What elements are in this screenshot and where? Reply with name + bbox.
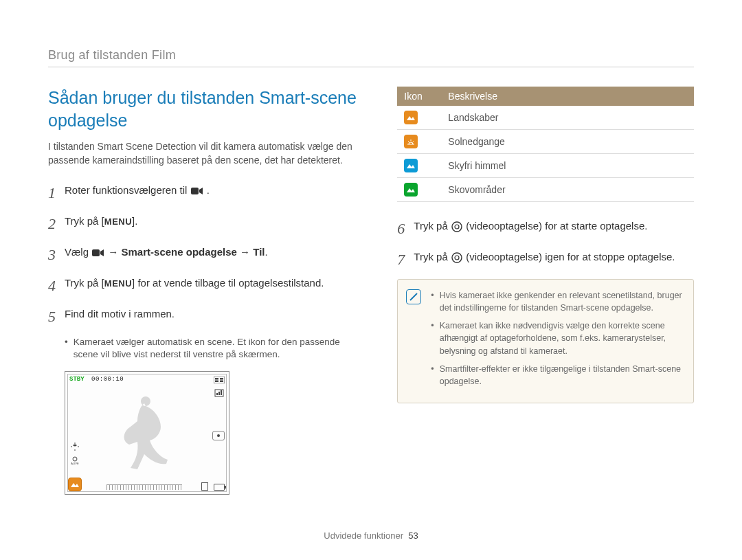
left-column: Sådan bruger du tilstanden Smart-scene o… <box>48 87 363 495</box>
step-text: Find dit motiv i rammen. <box>65 308 175 320</box>
note-item: Kameraet kan ikke nødvendigvis vælge den… <box>431 320 682 357</box>
step-number: 2 <box>48 212 65 235</box>
step-5: 5 Find dit motiv i rammen. <box>48 305 363 328</box>
table-cell: Skyfri himmel <box>441 154 694 178</box>
clear-sky-icon <box>404 159 418 172</box>
dancer-silhouette <box>110 391 179 473</box>
quality-icon <box>214 388 225 398</box>
step-5-note: Kameraet vælger automatisk en scene. Et … <box>65 336 363 362</box>
arrow: → <box>108 246 121 258</box>
step-bold: Smart-scene opdagelse <box>122 246 237 258</box>
step-text: Roter funktionsvælgeren til <box>65 184 190 196</box>
table-row: Skyfri himmel <box>397 154 694 178</box>
step-text-end: . <box>207 184 210 196</box>
camera-preview: STBY 00:00:10 ALIVE <box>65 371 229 495</box>
svg-rect-2 <box>214 377 225 383</box>
table-row: Landskaber <box>397 106 694 130</box>
alive-icon: ALIVE <box>69 456 80 465</box>
menu-label: MENU <box>104 215 132 229</box>
step-text: (videooptagelse) igen for at stoppe opta… <box>466 251 675 262</box>
steps-list-right: 6 Tryk på (videooptagelse) for at starte… <box>397 217 694 271</box>
svg-rect-3 <box>215 378 218 380</box>
footer-section: Udvidede funktioner <box>324 530 403 541</box>
step-number: 6 <box>397 217 414 240</box>
resolution-icon <box>214 375 225 385</box>
zoom-scale <box>106 484 182 490</box>
landscape-icon <box>404 111 418 124</box>
storage-icon <box>201 482 208 491</box>
table-row: Solnedgange <box>397 130 694 154</box>
breadcrumb: Brug af tilstanden Film <box>48 48 694 67</box>
step-number: 5 <box>48 305 65 328</box>
svg-rect-5 <box>215 381 218 383</box>
battery-icon <box>214 484 225 491</box>
note-box: Hvis kameraet ikke genkender en relevant… <box>397 279 694 403</box>
svg-rect-6 <box>220 381 223 383</box>
step-6: 6 Tryk på (videooptagelse) for at starte… <box>397 217 694 240</box>
svg-point-17 <box>455 256 459 260</box>
svg-rect-8 <box>216 393 218 395</box>
step-bold-til: Til <box>253 246 265 258</box>
metering-icon <box>212 431 225 440</box>
record-button-icon <box>451 221 462 232</box>
svg-point-12 <box>73 457 77 461</box>
step-4: 4 Tryk på [MENU] for at vende tilbage ti… <box>48 274 363 297</box>
step-text: ]. <box>132 215 137 227</box>
movie-mode-icon <box>191 187 203 195</box>
step-3: 3 Vælg → Smart-scene opdagelse → Til. <box>48 243 363 266</box>
svg-rect-4 <box>220 378 223 380</box>
stby-label: STBY <box>69 376 85 383</box>
note-info-icon <box>406 289 421 304</box>
sunset-icon <box>404 135 418 148</box>
svg-rect-9 <box>218 392 220 395</box>
svg-point-16 <box>452 253 462 262</box>
step-number: 7 <box>397 248 414 271</box>
menu-label: MENU <box>104 277 132 291</box>
step-2: 2 Tryk på [MENU]. <box>48 212 363 235</box>
svg-text:ALIVE: ALIVE <box>71 462 79 465</box>
intro-paragraph: I tilstanden Smart Scene Detection vil d… <box>48 139 363 168</box>
step-number: 4 <box>48 274 65 297</box>
step-text-end: . <box>265 246 268 258</box>
step-text: (videooptagelse) for at starte optagelse… <box>466 220 647 232</box>
step-number: 3 <box>48 243 65 266</box>
page-footer: Udvidede funktioner 53 <box>0 530 742 541</box>
step-text: Tryk på <box>414 251 451 262</box>
svg-point-14 <box>452 222 462 232</box>
movie-mode-icon <box>92 249 104 257</box>
record-button-icon <box>451 252 462 263</box>
table-header-beskrivelse: Beskrivelse <box>441 87 694 106</box>
step-7: 7 Tryk på (videooptagelse) igen for at s… <box>397 248 694 271</box>
page-title: Sådan bruger du tilstanden Smart-scene o… <box>48 87 363 131</box>
timecode: 00:00:10 <box>91 376 124 383</box>
step-text: Vælg <box>65 246 91 258</box>
table-cell: Skovområder <box>441 178 694 202</box>
note-item: Hvis kameraet ikke genkender en relevant… <box>431 289 682 314</box>
stabilizer-icon <box>69 442 80 451</box>
note-item: Smartfilter-effekter er ikke tilgængelig… <box>431 363 682 388</box>
step-number: 1 <box>48 181 65 204</box>
svg-point-15 <box>455 225 459 229</box>
svg-rect-0 <box>191 188 199 194</box>
detected-scene-badge <box>68 478 82 491</box>
arrow: → <box>240 246 253 258</box>
right-column: Ikon Beskrivelse Landskaber Solnedgange … <box>397 87 694 495</box>
table-header-ikon: Ikon <box>397 87 441 106</box>
svg-point-11 <box>217 434 220 437</box>
forest-icon <box>404 183 418 197</box>
step-text: ] for at vende tilbage til optagelsestil… <box>132 277 324 289</box>
steps-list-left: 1 Roter funktionsvælgeren til . 2 Tryk p… <box>48 181 363 328</box>
table-cell: Solnedgange <box>441 130 694 154</box>
step-text: Tryk på [ <box>65 277 104 289</box>
svg-rect-1 <box>92 249 100 256</box>
step-text: Tryk på [ <box>65 215 104 227</box>
scene-icon-table: Ikon Beskrivelse Landskaber Solnedgange … <box>397 87 694 202</box>
footer-page-number: 53 <box>408 530 418 541</box>
table-row: Skovområder <box>397 178 694 202</box>
table-cell: Landskaber <box>441 106 694 130</box>
step-text: Tryk på <box>414 220 451 232</box>
step-1: 1 Roter funktionsvælgeren til . <box>48 181 363 204</box>
svg-rect-10 <box>221 390 222 395</box>
